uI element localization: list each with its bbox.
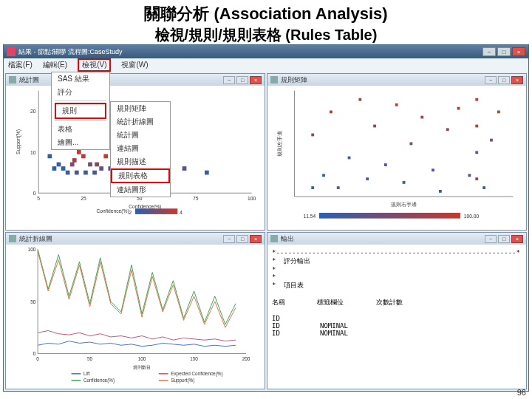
dd-sub-link[interactable]: 連結圖: [111, 142, 170, 155]
svg-rect-64: [446, 128, 449, 131]
svg-text:100.00: 100.00: [464, 214, 480, 219]
svg-text:100: 100: [138, 356, 146, 361]
dd-sub-line[interactable]: 統計折線圖: [111, 115, 170, 129]
menu-file[interactable]: 檔案(F): [8, 60, 33, 70]
svg-text:5: 5: [37, 196, 40, 201]
svg-text:75: 75: [193, 196, 199, 201]
panel-icon: [9, 235, 16, 242]
panel-icon: [270, 235, 278, 242]
svg-text:200: 200: [242, 356, 250, 361]
svg-rect-51: [330, 111, 332, 114]
svg-text:25: 25: [81, 196, 86, 201]
menu-edit[interactable]: 編輯(E): [43, 60, 67, 70]
maximize-button[interactable]: □: [497, 47, 511, 56]
line-plot-area[interactable]: 050100150200050100規則數目LiftExpected Confi…: [7, 246, 263, 387]
svg-rect-67: [475, 151, 478, 154]
p4-max[interactable]: □: [498, 235, 510, 243]
slide-page-number: 96: [517, 388, 526, 397]
svg-rect-69: [475, 177, 478, 180]
svg-rect-54: [358, 98, 361, 101]
window-buttons: − □ ×: [482, 47, 525, 56]
svg-rect-16: [99, 166, 103, 171]
panel-icon: [270, 76, 278, 83]
svg-text:4: 4: [180, 210, 183, 215]
svg-rect-77: [319, 213, 460, 219]
svg-rect-3: [52, 166, 57, 171]
p3-close[interactable]: ×: [250, 235, 262, 243]
svg-rect-60: [410, 142, 413, 145]
svg-text:0: 0: [36, 356, 39, 361]
p4-min[interactable]: −: [485, 235, 497, 243]
svg-rect-63: [439, 190, 442, 193]
svg-rect-68: [475, 125, 478, 128]
panel2-title: 規則矩陣: [281, 75, 307, 85]
title-line1: 關聯分析 (Association Analysis): [0, 3, 532, 25]
svg-rect-13: [88, 163, 92, 167]
dd-separator2: [55, 120, 106, 121]
p1-min[interactable]: −: [223, 76, 235, 84]
svg-rect-4: [57, 163, 61, 167]
menu-window[interactable]: 視窗(W): [121, 60, 148, 70]
panel4-title: 輸出: [281, 234, 294, 244]
slide-title: 關聯分析 (Association Analysis) 檢視/規則/規則表格 (…: [0, 0, 532, 47]
dd-sub-rulestable[interactable]: 規則表格: [111, 168, 170, 183]
svg-rect-2: [47, 154, 52, 159]
dd-sub-matrix[interactable]: 規則矩陣: [111, 102, 170, 115]
svg-text:50: 50: [30, 299, 36, 304]
svg-rect-71: [482, 186, 485, 189]
dd-sub-stat[interactable]: 統計圖: [111, 129, 170, 142]
p3-min[interactable]: −: [223, 235, 235, 243]
svg-text:0: 0: [33, 351, 36, 356]
p1-max[interactable]: □: [236, 76, 248, 84]
matrix-plot-area[interactable]: 規則右手邊規則左手邊11.54100.00: [269, 87, 525, 228]
svg-rect-6: [66, 171, 70, 175]
svg-text:50: 50: [87, 356, 93, 361]
dd-sub-desc[interactable]: 規則描述: [111, 155, 170, 168]
p2-min[interactable]: −: [485, 76, 497, 84]
svg-text:150: 150: [190, 356, 198, 361]
svg-text:Support(%): Support(%): [16, 129, 21, 154]
rules-submenu: 規則矩陣 統計折線圖 統計圖 連結圖 規則描述 規則表格 連結圖形: [110, 101, 171, 197]
svg-rect-10: [77, 150, 81, 154]
app-window: 結果 - 節點:關聯 流程圖:CaseStudy − □ × 檔案(F) 編輯(…: [3, 44, 529, 392]
svg-rect-56: [373, 125, 376, 128]
svg-rect-17: [103, 154, 108, 159]
svg-rect-57: [384, 163, 387, 166]
dd-item-table[interactable]: 表格: [52, 123, 109, 136]
svg-rect-58: [395, 103, 398, 106]
menu-view[interactable]: 檢視(V): [78, 58, 111, 72]
dd-item-plot[interactable]: 繪圖...: [52, 136, 109, 149]
svg-rect-43: [135, 208, 177, 214]
svg-text:100: 100: [28, 247, 36, 252]
dd-sub-linkgraph[interactable]: 連結圖形: [111, 183, 170, 197]
svg-rect-49: [311, 134, 314, 137]
svg-text:Confidence(%): Confidence(%): [96, 208, 129, 214]
svg-rect-50: [322, 174, 325, 177]
dd-item-sas[interactable]: SAS 結果: [52, 72, 109, 86]
svg-rect-31: [205, 171, 209, 175]
panel-output: 輸出 − □ × *------------------------------…: [267, 232, 527, 389]
dd-item-score[interactable]: 評分: [52, 86, 109, 99]
svg-text:Lift: Lift: [83, 371, 90, 376]
svg-rect-7: [70, 163, 75, 167]
svg-rect-53: [348, 157, 351, 160]
svg-text:10: 10: [30, 150, 36, 155]
svg-rect-59: [403, 181, 406, 184]
output-text[interactable]: *---------------------------------------…: [269, 246, 525, 387]
p3-max[interactable]: □: [236, 235, 248, 243]
p2-max[interactable]: □: [498, 76, 510, 84]
dd-separator: [55, 100, 106, 101]
svg-rect-15: [95, 163, 99, 167]
svg-rect-62: [432, 168, 434, 171]
svg-text:Confidence(%): Confidence(%): [83, 378, 115, 383]
svg-rect-55: [366, 177, 369, 180]
close-button[interactable]: ×: [512, 47, 525, 56]
minimize-button[interactable]: −: [482, 47, 496, 56]
svg-text:規則數目: 規則數目: [133, 364, 151, 369]
p4-close[interactable]: ×: [511, 235, 523, 243]
title-line2: 檢視/規則/規則表格 (Rules Table): [0, 25, 532, 45]
p2-close[interactable]: ×: [511, 76, 523, 84]
svg-rect-5: [61, 166, 66, 171]
dd-item-rules[interactable]: 規則: [55, 103, 106, 119]
p1-close[interactable]: ×: [250, 76, 262, 84]
